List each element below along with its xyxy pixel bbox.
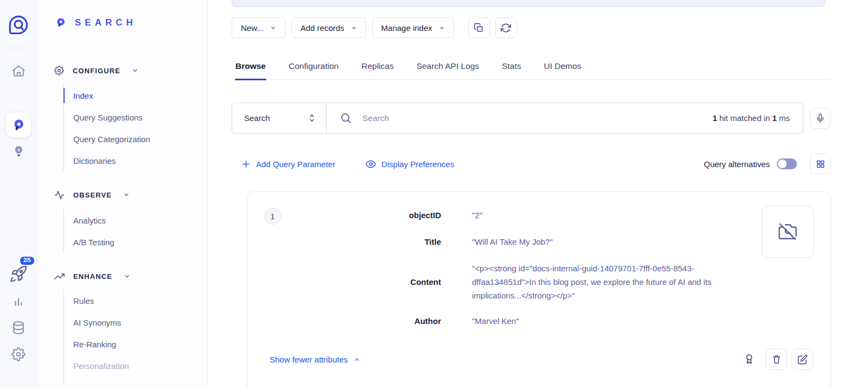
- sidebar-item-analytics[interactable]: Analytics: [73, 209, 114, 231]
- chevron-down-icon: [270, 25, 276, 31]
- sidebar-item-ab-testing[interactable]: A/B Testing: [73, 231, 114, 253]
- rail-divider: [8, 48, 29, 48]
- add-records-button[interactable]: Add records: [291, 17, 366, 38]
- toggle-knob: [778, 160, 787, 168]
- copy-button[interactable]: [468, 17, 490, 38]
- tab-configuration[interactable]: Configuration: [288, 56, 339, 79]
- voice-search-button[interactable]: [810, 108, 831, 129]
- chevron-down-icon: [124, 273, 130, 279]
- rank-badge: 1: [264, 208, 281, 225]
- hits-count: 1: [712, 113, 717, 123]
- show-fewer-label: Show fewer attributes: [270, 355, 348, 364]
- attribute-name: Title: [270, 237, 441, 247]
- tab-search-api-logs[interactable]: Search API Logs: [416, 56, 480, 79]
- sidebar: SEARCH CONFIGURE Index Query Suggestions…: [37, 0, 208, 388]
- chevron-down-icon: [132, 67, 138, 74]
- image-placeholder: [762, 206, 814, 258]
- sidebar-item-rules[interactable]: Rules: [73, 290, 129, 311]
- add-query-parameter-link[interactable]: Add Query Parameter: [241, 160, 335, 169]
- algolia-logo-icon[interactable]: [8, 14, 29, 36]
- rocket-icon[interactable]: [9, 265, 28, 283]
- hit-card-footer: Show fewer attributes: [270, 348, 813, 370]
- configure-items: Index Query Suggestions Query Categoriza…: [63, 85, 150, 171]
- hits-unit: ms: [777, 113, 790, 123]
- section-observe[interactable]: OBSERVE: [54, 189, 130, 200]
- enhance-items: Rules AI Synonyms Re-Ranking Personaliza…: [63, 290, 129, 385]
- section-enhance[interactable]: ENHANCE: [54, 271, 130, 282]
- chevron-up-icon: [353, 356, 360, 363]
- usage-badge: 2/5: [19, 256, 35, 266]
- chevron-down-icon: [351, 25, 357, 31]
- attribute-value: "Marvel Ken": [472, 314, 758, 328]
- promote-button[interactable]: [743, 352, 756, 366]
- index-header-bar: [232, 0, 825, 7]
- attribute-value: "Will AI Take My Job?": [472, 235, 758, 249]
- active-item-bar: [63, 88, 65, 103]
- attribute-row-content: Content "<p><strong id="docs-internal-gu…: [270, 262, 813, 302]
- product-logo: SEARCH: [55, 17, 137, 29]
- manage-index-button[interactable]: Manage index: [372, 17, 454, 38]
- attribute-row-objectid: objectID "2": [270, 208, 813, 222]
- hits-time: 1: [772, 113, 776, 123]
- show-fewer-attributes-link[interactable]: Show fewer attributes: [270, 355, 360, 364]
- observe-items: Analytics A/B Testing: [63, 209, 114, 253]
- query-controls-row: Add Query Parameter Display Preferences …: [232, 152, 831, 176]
- chevron-down-icon: [439, 25, 445, 31]
- search-mode-select[interactable]: Search: [232, 103, 327, 133]
- index-tabs: Browse Configuration Replicas Search API…: [232, 56, 831, 80]
- grid-icon: [816, 160, 825, 169]
- sidebar-item-re-ranking[interactable]: Re-Ranking: [73, 333, 129, 355]
- display-preferences-label: Display Preferences: [381, 160, 454, 169]
- search-mode-value: Search: [244, 113, 270, 123]
- tab-stats[interactable]: Stats: [501, 56, 521, 79]
- add-query-parameter-label: Add Query Parameter: [256, 160, 335, 169]
- home-icon[interactable]: [11, 63, 26, 78]
- eye-icon: [366, 159, 376, 169]
- attribute-name: Content: [270, 277, 441, 288]
- grid-view-button[interactable]: [810, 154, 831, 174]
- add-records-label: Add records: [301, 23, 344, 33]
- sidebar-item-dictionaries[interactable]: Dictionaries: [73, 150, 150, 171]
- edit-icon: [797, 354, 808, 365]
- delete-button[interactable]: [765, 348, 787, 370]
- search-input-wrap: 1 hit matched in 1 ms: [327, 103, 803, 133]
- search-product-icon: [11, 118, 26, 132]
- search-row: Search 1 hit matched in 1 ms: [232, 103, 831, 133]
- search-bar: Search 1 hit matched in 1 ms: [232, 103, 803, 133]
- refresh-icon: [501, 23, 511, 33]
- sidebar-item-ai-synonyms[interactable]: AI Synonyms: [73, 311, 129, 333]
- sidebar-item-personalization[interactable]: Personalization: [73, 355, 129, 377]
- plus-icon: [241, 160, 251, 169]
- new-button-label: New...: [241, 23, 264, 33]
- new-button[interactable]: New...: [232, 17, 285, 38]
- attribute-name: Author: [270, 316, 441, 327]
- trending-up-icon: [54, 271, 65, 282]
- main-content: New... Add records Manage index: [232, 0, 831, 388]
- query-alternatives-toggle[interactable]: [777, 158, 797, 169]
- gear-icon: [54, 66, 64, 75]
- search-input[interactable]: [361, 113, 703, 124]
- copy-icon: [474, 23, 484, 33]
- attribute-value: "<p><strong id="docs-internal-guid-14079…: [472, 262, 758, 302]
- sidebar-item-query-suggestions[interactable]: Query Suggestions: [73, 106, 150, 128]
- tab-ui-demos[interactable]: UI Demos: [543, 56, 582, 79]
- search-product-nav-active[interactable]: [6, 112, 31, 137]
- analytics-bars-icon[interactable]: [11, 295, 25, 309]
- refresh-button[interactable]: [495, 17, 517, 38]
- microphone-icon: [815, 113, 825, 124]
- recommend-lightbulb-icon[interactable]: [12, 144, 25, 160]
- sidebar-item-query-categorization[interactable]: Query Categorization: [73, 128, 150, 150]
- tab-replicas[interactable]: Replicas: [361, 56, 394, 79]
- section-configure[interactable]: CONFIGURE: [54, 65, 138, 76]
- sidebar-item-index[interactable]: Index: [73, 85, 150, 106]
- hits-status: 1 hit matched in 1 ms: [712, 113, 790, 123]
- attribute-value: "2": [472, 208, 758, 222]
- sort-chevrons-icon: [307, 113, 317, 124]
- search-magnifier-icon: [55, 17, 67, 29]
- attribute-row-author: Author "Marvel Ken": [270, 314, 813, 328]
- display-preferences-link[interactable]: Display Preferences: [366, 159, 454, 169]
- tab-browse[interactable]: Browse: [235, 56, 266, 79]
- database-icon[interactable]: [11, 320, 25, 335]
- gear-icon[interactable]: [11, 347, 25, 361]
- edit-button[interactable]: [792, 348, 813, 370]
